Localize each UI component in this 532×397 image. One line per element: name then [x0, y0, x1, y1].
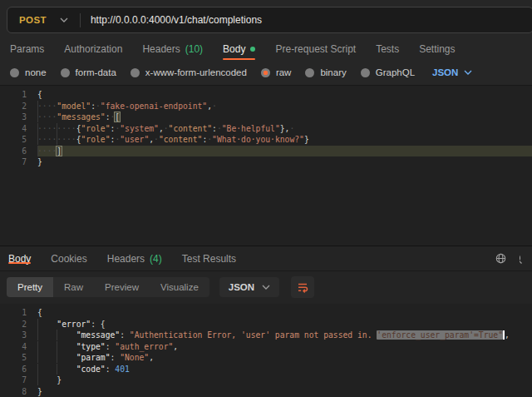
body-language-dropdown[interactable]: JSON: [432, 67, 472, 77]
code-token: [57, 330, 76, 340]
tab-settings[interactable]: Settings: [419, 37, 455, 61]
code-line[interactable]: 2····"model":·"fake-openai-endpoint",·: [0, 101, 532, 112]
body-mode-graphql[interactable]: GraphQL: [361, 67, 415, 77]
code-content: "type": "auth_error",: [37, 341, 532, 353]
code-token: ]: [57, 146, 62, 156]
line-number: 1: [0, 89, 37, 101]
body-mode-x-www-form-urlencoded[interactable]: x-www-form-urlencoded: [131, 67, 247, 77]
tab-label: Test Results: [182, 253, 236, 265]
code-line[interactable]: 7}: [0, 156, 532, 168]
code-token: ,: [173, 342, 178, 351]
body-mode-form-data[interactable]: form-data: [61, 67, 116, 77]
code-line[interactable]: 4········{"role":·"system",·"content":·"…: [0, 123, 532, 135]
code-token: 401: [115, 365, 130, 374]
code-token: "fake-openai-endpoint": [101, 102, 207, 111]
network-status-button[interactable]: [490, 249, 511, 269]
app-window: POST http://0.0.0.0:4000/v1/chat/complet…: [0, 0, 532, 397]
code-token: [37, 375, 57, 385]
tab-count-badge: (10): [185, 43, 203, 55]
request-tabs: ParamsAuthorizationHeaders(10)BodyPre-re…: [0, 37, 532, 61]
tab-headers[interactable]: Headers(10): [142, 37, 203, 61]
response-body-viewer[interactable]: 1{2 "error": {3 "message": "Authenticati…: [0, 304, 532, 397]
response-tab-test-results[interactable]: Test Results: [182, 253, 236, 265]
line-number: 1: [0, 307, 37, 319]
request-body-editor[interactable]: 1{2····"model":·"fake-openai-endpoint",·…: [0, 86, 532, 246]
code-token: "content": [169, 124, 213, 133]
chevron-down-icon: [464, 70, 472, 75]
tab-label: Body: [223, 43, 245, 55]
code-token: ····: [37, 124, 57, 133]
code-line[interactable]: 5········{"role":·"user",·"content":·"Wh…: [0, 134, 532, 146]
code-line[interactable]: 3····"messages":·[: [0, 112, 532, 123]
code-token: ····: [37, 112, 57, 122]
code-token: }: [57, 375, 62, 385]
body-mode-raw[interactable]: raw: [261, 67, 292, 77]
radio-icon: [261, 68, 270, 77]
response-tab-headers[interactable]: Headers(4): [107, 253, 162, 265]
code-line[interactable]: 5 "param": "None",: [0, 352, 532, 364]
code-line[interactable]: 7 }: [0, 375, 532, 386]
code-line[interactable]: 1{: [0, 89, 532, 101]
code-token: "role": [81, 135, 111, 144]
tab-pre-request-script[interactable]: Pre-request Script: [275, 37, 356, 61]
code-token: [37, 330, 57, 340]
code-token: },: [280, 124, 290, 133]
wrap-lines-button[interactable]: [291, 276, 314, 298]
radio-icon: [361, 68, 370, 77]
request-panel: POST http://0.0.0.0:4000/v1/chat/complet…: [0, 0, 532, 246]
line-number: 4: [0, 123, 37, 135]
code-content: "code": 401: [37, 364, 532, 375]
code-content: "error": {: [37, 319, 532, 330]
body-mode-radios: noneform-datax-www-form-urlencodedrawbin…: [10, 67, 415, 77]
code-token: ·: [289, 124, 294, 133]
view-visualize[interactable]: Visualize: [150, 277, 209, 297]
code-line[interactable]: 6····]: [0, 146, 532, 157]
code-token: "Be·helpful": [222, 124, 280, 133]
code-token: "user": [120, 135, 149, 144]
view-pretty[interactable]: Pretty: [7, 277, 53, 297]
code-line[interactable]: 8}: [0, 386, 532, 397]
code-content: ········{"role":·"system",·"content":·"B…: [37, 123, 532, 135]
code-token: {: [37, 90, 42, 99]
code-content: ····"model":·"fake-openai-endpoint",·: [37, 101, 532, 112]
radio-icon: [305, 68, 314, 77]
code-content: }: [37, 156, 532, 168]
code-token: "model": [57, 102, 91, 111]
code-token: "auth_error": [111, 342, 174, 351]
code-token: [57, 342, 76, 351]
code-line[interactable]: 2 "error": {: [0, 319, 532, 330]
view-preview[interactable]: Preview: [94, 277, 150, 297]
response-language-dropdown[interactable]: JSON: [219, 277, 279, 297]
code-token: "type": [76, 342, 106, 351]
code-token: "error": [57, 320, 91, 329]
tab-count-badge: (4): [150, 253, 162, 265]
tab-tests[interactable]: Tests: [376, 37, 399, 61]
code-line[interactable]: 4 "type": "auth_error",: [0, 341, 532, 353]
tab-label: Headers: [107, 253, 145, 265]
line-number: 6: [0, 364, 37, 375]
body-mode-label: x-www-form-urlencoded: [145, 67, 247, 77]
code-line[interactable]: 1{: [0, 307, 532, 319]
url-input[interactable]: http://0.0.0.0:4000/v1/chat/completions: [81, 14, 272, 26]
line-number: 6: [0, 146, 37, 157]
line-number: 2: [0, 101, 37, 112]
tab-authorization[interactable]: Authorization: [64, 37, 122, 61]
code-token: 'enforce_user_param'=True": [377, 330, 503, 340]
response-tab-cookies[interactable]: Cookies: [51, 253, 86, 265]
code-token: {: [37, 308, 42, 317]
code-line[interactable]: 3 "message": "Authentication Error, 'use…: [0, 330, 532, 341]
view-raw[interactable]: Raw: [53, 277, 94, 297]
code-line[interactable]: 6 "code": 401: [0, 364, 532, 375]
body-mode-label: binary: [320, 67, 346, 77]
code-token: ····: [37, 146, 57, 156]
cropped-icon: [520, 252, 524, 265]
body-mode-binary[interactable]: binary: [305, 67, 346, 77]
tab-body[interactable]: Body: [223, 37, 255, 61]
code-content: "message": "Authentication Error, 'user'…: [37, 330, 532, 341]
chevron-down-icon: [262, 285, 270, 290]
response-view-switch: PrettyRawPreviewVisualize: [7, 277, 209, 297]
body-mode-none[interactable]: none: [10, 67, 47, 77]
response-tab-body[interactable]: Body: [8, 253, 31, 265]
method-dropdown[interactable]: POST: [7, 15, 80, 25]
tab-params[interactable]: Params: [10, 37, 44, 61]
